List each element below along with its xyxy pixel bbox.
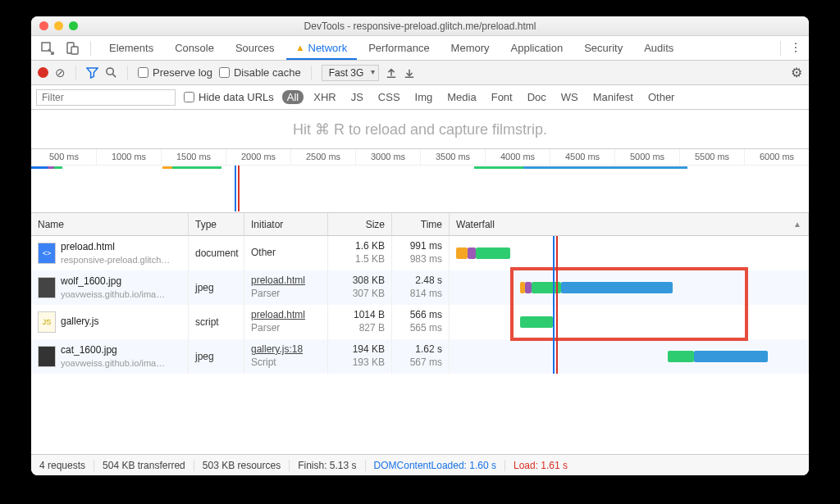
timeline-tick: 4000 ms xyxy=(485,149,550,165)
filter-type-img[interactable]: Img xyxy=(410,90,438,104)
timeline-tick: 5500 ms xyxy=(679,149,744,165)
row-size-sub: 1.5 KB xyxy=(335,253,385,266)
preserve-log-checkbox[interactable]: Preserve log xyxy=(138,66,212,79)
tab-performance[interactable]: Performance xyxy=(358,37,439,60)
filter-type-css[interactable]: CSS xyxy=(373,90,405,104)
close-icon[interactable] xyxy=(39,21,48,30)
filter-type-ws[interactable]: WS xyxy=(556,90,583,104)
timeline-tick: 2500 ms xyxy=(290,149,355,165)
timeline-tick: 6000 ms xyxy=(744,149,809,165)
row-domain: responsive-preload.glitch… xyxy=(61,254,170,266)
row-size-sub: 307 KB xyxy=(335,288,385,301)
hide-data-urls-checkbox[interactable]: Hide data URLs xyxy=(184,91,274,103)
svg-point-3 xyxy=(107,68,113,75)
table-headers: Name Type Initiator Size Time Waterfall▲ xyxy=(31,213,809,236)
row-size: 308 KB xyxy=(335,275,385,288)
col-size[interactable]: Size xyxy=(328,213,392,235)
upload-icon[interactable] xyxy=(386,67,397,79)
row-initiator-sub: Script xyxy=(251,356,303,370)
separator xyxy=(127,66,128,80)
sort-icon: ▲ xyxy=(793,220,801,229)
filter-type-media[interactable]: Media xyxy=(442,90,481,104)
timeline-tick: 5000 ms xyxy=(614,149,679,165)
more-icon[interactable]: ⋯ xyxy=(789,42,802,55)
timeline-tick: 3500 ms xyxy=(420,149,485,165)
table-row[interactable]: wolf_1600.jpgyoavweiss.github.io/ima…jpe… xyxy=(31,270,809,305)
disable-cache-checkbox[interactable]: Disable cache xyxy=(219,66,301,79)
row-time-sub: 567 ms xyxy=(399,356,442,370)
col-waterfall[interactable]: Waterfall▲ xyxy=(450,213,809,235)
load-line xyxy=(556,270,558,305)
row-type: document xyxy=(189,236,244,270)
file-icon xyxy=(38,277,56,298)
row-time-sub: 565 ms xyxy=(399,322,442,335)
row-initiator[interactable]: gallery.js:18 xyxy=(251,343,303,356)
timeline-tick: 500 ms xyxy=(31,149,96,165)
traffic-lights xyxy=(39,21,78,30)
filter-type-all[interactable]: All xyxy=(282,90,304,104)
table-row[interactable]: JSgallery.jsscriptpreload.htmlParser1014… xyxy=(31,305,809,339)
row-initiator[interactable]: preload.html xyxy=(251,309,305,322)
clear-icon[interactable]: ⊘ xyxy=(55,66,66,80)
row-domain: yoavweiss.github.io/ima… xyxy=(61,357,165,369)
throttle-select[interactable]: Fast 3G xyxy=(322,65,380,81)
filter-type-other[interactable]: Other xyxy=(643,90,680,104)
col-time[interactable]: Time xyxy=(392,213,450,235)
tab-console[interactable]: Console xyxy=(165,37,224,60)
dcl-line xyxy=(553,339,555,374)
filter-input[interactable] xyxy=(36,89,176,106)
tab-security[interactable]: Security xyxy=(574,37,632,60)
row-size-sub: 827 B xyxy=(335,322,385,335)
tab-sources[interactable]: Sources xyxy=(226,37,285,60)
col-initiator[interactable]: Initiator xyxy=(244,213,328,235)
filter-type-js[interactable]: JS xyxy=(346,90,368,104)
tab-network[interactable]: ▲Network xyxy=(286,37,358,60)
summary-bar: 4 requests 504 KB transferred 503 KB res… xyxy=(31,454,809,475)
tab-application[interactable]: Application xyxy=(501,37,573,60)
row-time: 2.48 s xyxy=(399,275,442,288)
zoom-icon[interactable] xyxy=(69,21,78,30)
timeline-tick: 1000 ms xyxy=(96,149,161,165)
settings-icon[interactable]: ⚙ xyxy=(791,65,802,80)
waterfall-segment xyxy=(456,247,468,259)
timeline-overview[interactable]: 500 ms1000 ms1500 ms2000 ms2500 ms3000 m… xyxy=(31,149,809,213)
dcl-line xyxy=(553,236,555,270)
record-icon[interactable] xyxy=(38,67,48,78)
row-time: 1.62 s xyxy=(399,343,442,356)
row-size: 1.6 KB xyxy=(335,240,385,253)
minimize-icon[interactable] xyxy=(54,21,63,30)
col-name[interactable]: Name xyxy=(31,213,189,235)
row-time: 991 ms xyxy=(399,240,442,253)
filter-icon[interactable] xyxy=(86,66,98,79)
tab-audits[interactable]: Audits xyxy=(634,37,683,60)
inspect-icon[interactable] xyxy=(38,39,57,58)
waterfall-segment xyxy=(520,316,553,328)
tab-elements[interactable]: Elements xyxy=(99,37,163,60)
waterfall-segment xyxy=(694,351,768,362)
file-icon: <> xyxy=(38,243,56,264)
summary-transferred: 504 KB transferred xyxy=(94,460,194,471)
tab-memory[interactable]: Memory xyxy=(441,37,500,60)
dcl-line xyxy=(553,270,555,305)
search-icon[interactable] xyxy=(105,66,117,79)
filter-type-manifest[interactable]: Manifest xyxy=(588,90,638,104)
filter-type-doc[interactable]: Doc xyxy=(523,90,551,104)
row-size-sub: 193 KB xyxy=(335,356,385,370)
summary-dcl: DOMContentLoaded: 1.60 s xyxy=(366,460,505,471)
waterfall-segment xyxy=(561,282,673,293)
row-name: cat_1600.jpg xyxy=(61,344,165,357)
col-type[interactable]: Type xyxy=(189,213,244,235)
filter-type-xhr[interactable]: XHR xyxy=(308,90,340,104)
row-initiator: Other xyxy=(251,247,276,260)
table-row[interactable]: cat_1600.jpgyoavweiss.github.io/ima…jpeg… xyxy=(31,339,809,374)
table-row[interactable]: <>preload.htmlresponsive-preload.glitch…… xyxy=(31,236,809,270)
download-icon[interactable] xyxy=(404,67,415,79)
summary-resources: 503 KB resources xyxy=(194,460,290,471)
row-initiator[interactable]: preload.html xyxy=(251,275,305,288)
filter-type-font[interactable]: Font xyxy=(486,90,518,104)
network-rows: <>preload.htmlresponsive-preload.glitch…… xyxy=(31,236,809,374)
timeline-tick: 2000 ms xyxy=(226,149,290,165)
waterfall-segment xyxy=(468,247,476,259)
device-icon[interactable] xyxy=(62,39,82,58)
load-line xyxy=(556,339,558,374)
